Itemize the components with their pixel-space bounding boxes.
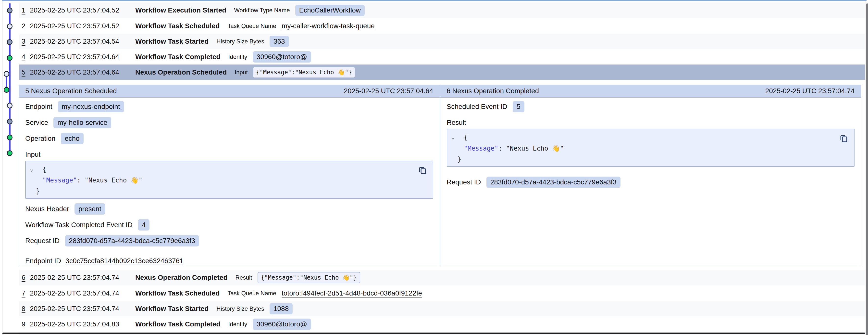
event-id-link[interactable]: 8 [22,305,30,313]
timeline-event-dot-light [7,24,12,29]
event-detail-panels: 5 Nexus Operation Scheduled 2025-02-25 U… [19,85,861,266]
field-value-chip: 283fd070-d57a-4423-bdca-c5c779e6a3f3 [487,176,620,188]
field-label: Scheduled Event ID [447,103,507,111]
input-json-viewer: ⌄{ "Message": "Nexus Echo 👋" } [25,161,433,199]
field-scheduled-event-id: Scheduled Event ID 5 [447,101,855,112]
event-name: Workflow Task Completed [135,53,220,61]
json-line-kv: "Message": "Nexus Echo 👋" [451,143,854,154]
json-line-open: ⌄{ [30,164,433,175]
json-value: "Nexus Echo 👋" [506,145,564,152]
event-timestamp: 2025-02-25 UTC 23:57:04.52 [30,6,135,14]
event-row-4[interactable]: 4 2025-02-25 UTC 23:57:04.64 Workflow Ta… [19,49,865,64]
json-line-kv: "Message": "Nexus Echo 👋" [30,175,433,186]
field-endpoint-id: Endpoint ID 3c0c75ccfa8144b092c13ce63246… [25,255,433,267]
timeline-event-dot-gray [7,39,12,45]
event-row-6[interactable]: 6 2025-02-25 UTC 23:57:04.74 Nexus Opera… [19,270,865,285]
event-id-link[interactable]: 9 [22,320,30,328]
panel-title: 5 Nexus Operation Scheduled [25,87,117,95]
timeline-event-dot-green [4,87,9,93]
event-id-link[interactable]: 5 [22,68,30,76]
field-label: Endpoint ID [25,257,61,265]
field-label: Nexus Header [25,205,69,213]
panel-header: 5 Nexus Operation Scheduled 2025-02-25 U… [19,85,440,97]
event-attr-label: Identity [228,321,247,328]
event-id-link[interactable]: 2 [22,22,30,30]
event-name: Nexus Operation Completed [135,274,228,282]
event-timestamp: 2025-02-25 UTC 23:57:04.83 [30,320,135,328]
nexus-scheduled-panel: 5 Nexus Operation Scheduled 2025-02-25 U… [19,85,440,265]
json-line-close: } [451,154,854,165]
event-id-link[interactable]: 1 [22,6,30,14]
copy-icon [839,133,849,143]
field-input-label: Input [25,149,433,160]
chevron-down-icon[interactable]: ⌄ [451,132,458,142]
field-value-chip: my-nexus-endpoint [58,101,124,112]
event-name: Workflow Task Completed [135,320,220,328]
event-timeline-rail [0,0,19,172]
field-service: Service my-hello-service [25,117,433,128]
field-nexus-header: Nexus Header present [25,203,433,215]
panel-title: 6 Nexus Operation Completed [447,87,539,95]
event-attr-label: Task Queue Name [227,23,276,29]
field-result-label: Result [447,117,855,128]
event-timestamp: 2025-02-25 UTC 23:57:04.54 [30,37,135,45]
panel-timestamp: 2025-02-25 UTC 23:57:04.64 [344,87,433,95]
event-attr-label: History Size Bytes [216,305,264,312]
field-value-chip: 283fd070-d57a-4423-bdca-c5c779e6a3f3 [65,235,199,247]
copy-button[interactable] [838,133,849,144]
event-attr-value-chip: 30960@totoro@ [253,51,311,62]
event-attr-value-chip: 363 [270,36,289,47]
field-label: Service [25,119,48,127]
field-label: Endpoint [25,103,53,111]
event-id-link[interactable]: 7 [22,289,30,297]
timeline-event-dot-light [4,71,9,77]
json-colon: : [498,145,506,152]
json-key: "Message" [464,145,498,152]
event-id-link[interactable]: 3 [22,37,30,45]
event-attr-label: Input [235,69,248,76]
event-input-json-chip: {"Message":"Nexus Echo 👋"} [253,67,355,78]
vertical-scrollbar[interactable] [866,3,868,335]
horizontal-scrollbar[interactable] [2,333,865,334]
field-request-id: Request ID 283fd070-d57a-4423-bdca-c5c77… [447,176,855,188]
field-label: Input [25,150,40,159]
event-timestamp: 2025-02-25 UTC 23:57:04.64 [30,68,135,76]
field-endpoint: Endpoint my-nexus-endpoint [25,101,433,112]
field-operation: Operation echo [25,133,433,144]
field-label: Result [447,119,466,127]
task-queue-link[interactable]: my-caller-workflow-task-queue [282,22,375,30]
timeline-event-dot-green [7,135,12,140]
chevron-down-icon[interactable]: ⌄ [30,163,36,174]
event-attr-value-chip: 1088 [270,303,292,314]
event-row-3[interactable]: 3 2025-02-25 UTC 23:57:04.54 Workflow Ta… [19,34,865,49]
event-attr-label: Task Queue Name [227,290,276,297]
panel-body: Scheduled Event ID 5 Result ⌄{ "Message"… [440,97,861,191]
copy-button[interactable] [417,165,428,176]
field-wtc-event-id: Workflow Task Completed Event ID 4 [25,219,433,230]
event-row-7[interactable]: 7 2025-02-25 UTC 23:57:04.74 Workflow Ta… [19,285,865,301]
event-row-9[interactable]: 9 2025-02-25 UTC 23:57:04.83 Workflow Ta… [19,316,865,332]
event-attr-value-chip: 30960@totoro@ [253,318,311,330]
field-label: Workflow Task Completed Event ID [25,221,132,229]
event-result-json-chip: {"Message":"Nexus Echo 👋"} [257,272,360,283]
panel-header: 6 Nexus Operation Completed 2025-02-25 U… [440,85,861,97]
event-timestamp: 2025-02-25 UTC 23:57:04.64 [30,53,135,61]
event-id-link[interactable]: 4 [22,53,30,61]
event-timestamp: 2025-02-25 UTC 23:57:04.74 [30,305,135,313]
timeline-event-dot-gray [7,119,12,124]
copy-icon [417,165,427,175]
task-queue-link[interactable]: totoro:f494fecf-2d51-4d48-bdcd-036a0f912… [282,289,422,297]
endpoint-id-link[interactable]: 3c0c75ccfa8144b092c13ce632463761 [65,257,183,265]
event-row-8[interactable]: 8 2025-02-25 UTC 23:57:04.74 Workflow Ta… [19,301,865,316]
field-request-id: Request ID 283fd070-d57a-4423-bdca-c5c77… [25,235,433,247]
workflow-history-screen: 1 2025-02-25 UTC 23:57:04.52 Workflow Ex… [0,0,868,335]
field-value-chip: my-hello-service [54,117,111,128]
event-row-1[interactable]: 1 2025-02-25 UTC 23:57:04.52 Workflow Ex… [19,2,865,18]
top-border [2,0,867,1]
json-line-close: } [30,186,433,196]
event-row-5-selected[interactable]: 5 2025-02-25 UTC 23:57:04.64 Nexus Opera… [19,64,865,80]
event-id-link[interactable]: 6 [22,274,30,282]
event-name: Workflow Task Started [135,305,209,313]
event-row-2[interactable]: 2 2025-02-25 UTC 23:57:04.52 Workflow Ta… [19,18,865,34]
json-colon: : [77,176,85,184]
